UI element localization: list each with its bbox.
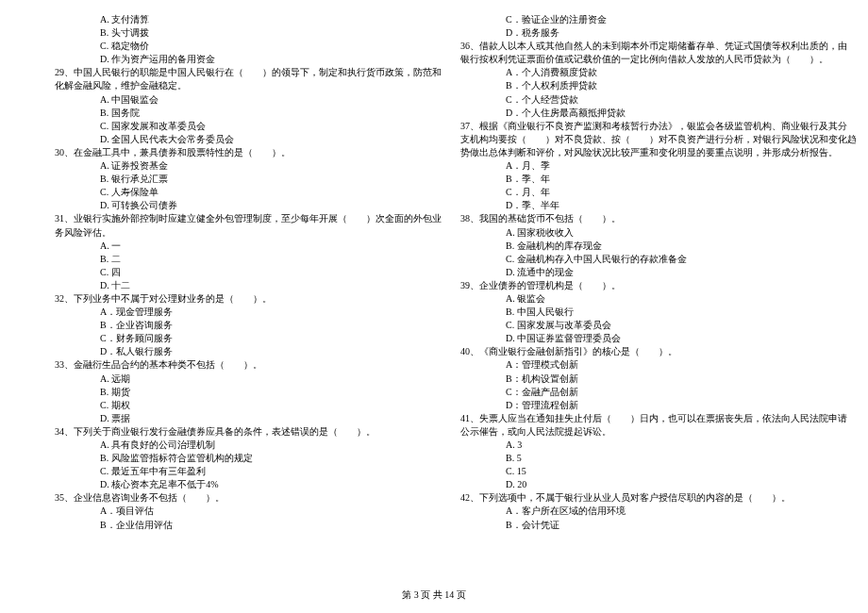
option-text: D. 十二 xyxy=(38,279,425,292)
option-text: A. 支付清算 xyxy=(38,13,425,26)
question-text: 42、下列选项中，不属于银行业从业人员对客户授信尽职的内容的是（ ）。 xyxy=(443,491,830,505)
left-column: A. 支付清算 B. 头寸调拨 C. 稳定物价 D. 作为资产运用的备用资金 2… xyxy=(38,13,434,585)
option-text: C. 人寿保险单 xyxy=(38,186,425,199)
question-text: 势做出总体判断和评价，对风险状况比较严重和变化明显的要重点说明，并形成分析报告。 xyxy=(443,146,830,159)
option-text: C. 国家发展与改革委员会 xyxy=(443,319,830,332)
question-text: 37、根据《商业银行不良资产监测和考核暂行办法》，银监会各级监管机构、商业银行及… xyxy=(443,120,830,133)
question-text: 化解金融风险，维护金融稳定。 xyxy=(38,79,425,92)
option-text: A. 国家税收收入 xyxy=(443,226,830,240)
option-text: A．个人消费额度贷款 xyxy=(443,66,830,79)
option-text: B. 中国人民银行 xyxy=(443,306,830,319)
option-text: C. 15 xyxy=(443,465,830,478)
option-text: B. 期货 xyxy=(38,386,425,399)
option-text: D. 流通中的现金 xyxy=(443,266,830,279)
page-container: A. 支付清算 B. 头寸调拨 C. 稳定物价 D. 作为资产运用的备用资金 2… xyxy=(0,0,868,585)
option-text: B．个人权利质押贷款 xyxy=(443,79,830,92)
option-text: A. 银监会 xyxy=(443,292,830,306)
option-text: D．私人银行服务 xyxy=(38,345,425,358)
option-text: A．项目评估 xyxy=(38,505,425,518)
question-text: 支机构均要按（ ）对不良贷款、按（ ）对不良资产进行分析，对银行风险状况和变化趋 xyxy=(443,133,830,146)
option-text: B. 国务院 xyxy=(38,107,425,120)
option-text: C．验证企业的注册资金 xyxy=(443,13,830,26)
option-text: A. 3 xyxy=(443,439,830,452)
option-text: B．会计凭证 xyxy=(443,519,830,532)
question-text: 34、下列关于商业银行发行金融债券应具备的条件，表述错误的是（ ）。 xyxy=(38,425,425,439)
question-text: 36、借款人以本人或其他自然人的未到期本外币定期储蓄存单、凭证式国债等权利出质的… xyxy=(443,40,830,53)
option-text: A．客户所在区域的信用环境 xyxy=(443,505,830,518)
option-text: D. 20 xyxy=(443,478,830,491)
option-text: C：金融产品创新 xyxy=(443,386,830,399)
option-text: A. 中国银监会 xyxy=(38,93,425,107)
option-text: A. 远期 xyxy=(38,373,425,386)
question-text: 33、金融衍生品合约的基本种类不包括（ ）。 xyxy=(38,358,425,372)
right-column: C．验证企业的注册资金 D．税务服务 36、借款人以本人或其他自然人的未到期本外… xyxy=(434,13,830,585)
question-text: 39、企业债券的管理机构是（ ）。 xyxy=(443,279,830,292)
option-text: A. 证券投资基金 xyxy=(38,159,425,173)
option-text: D．个人住房最高额抵押贷款 xyxy=(443,107,830,120)
option-text: B．企业咨询服务 xyxy=(38,319,425,332)
question-text: 35、企业信息咨询业务不包括（ ）。 xyxy=(38,491,425,505)
question-text: 31、业银行实施外部控制时应建立健全外包管理制度，至少每年开展（ ）次全面的外包… xyxy=(38,212,425,225)
option-text: C．个人经营贷款 xyxy=(443,93,830,107)
option-text: B. 二 xyxy=(38,253,425,266)
option-text: D. 可转换公司债券 xyxy=(38,199,425,212)
question-text: 29、中国人民银行的职能是中国人民银行在（ ）的领导下，制定和执行货币政策，防范… xyxy=(38,66,425,79)
option-text: A．月、季 xyxy=(443,159,830,173)
question-text: 公示催告，或向人民法院提起诉讼。 xyxy=(443,425,830,439)
option-text: B. 金融机构的库存现金 xyxy=(443,240,830,253)
question-text: 40、《商业银行金融创新指引》的核心是（ ）。 xyxy=(443,345,830,358)
option-text: B. 5 xyxy=(443,452,830,465)
option-text: D．税务服务 xyxy=(443,26,830,40)
option-text: C. 稳定物价 xyxy=(38,40,425,53)
option-text: C. 期权 xyxy=(38,399,425,412)
question-text: 银行按权利凭证票面价值或记载价值的一定比例向借款人发放的人民币贷款为（ ）。 xyxy=(443,53,830,66)
option-text: A. 具有良好的公司治理机制 xyxy=(38,439,425,452)
option-text: B．季、年 xyxy=(443,173,830,186)
page-footer: 第 3 页 共 14 页 xyxy=(0,588,868,602)
question-text: 30、在金融工具中，兼具债券和股票特性的是（ ）。 xyxy=(38,146,425,159)
option-text: D. 全国人民代表大会常务委员会 xyxy=(38,133,425,146)
option-text: D：管理流程创新 xyxy=(443,399,830,412)
option-text: C．月、年 xyxy=(443,186,830,199)
option-text: B. 银行承兑汇票 xyxy=(38,173,425,186)
question-text: 38、我国的基础货币不包括（ ）。 xyxy=(443,212,830,225)
option-text: D．季、半年 xyxy=(443,199,830,212)
option-text: D. 作为资产运用的备用资金 xyxy=(38,53,425,66)
question-text: 32、下列业务中不属于对公理财业务的是（ ）。 xyxy=(38,292,425,306)
option-text: B. 头寸调拨 xyxy=(38,26,425,40)
option-text: B. 风险监管指标符合监管机构的规定 xyxy=(38,452,425,465)
option-text: A. 一 xyxy=(38,240,425,253)
option-text: C. 最近五年中有三年盈利 xyxy=(38,465,425,478)
option-text: D. 票据 xyxy=(38,412,425,425)
option-text: B．企业信用评估 xyxy=(38,519,425,532)
option-text: C．财务顾问服务 xyxy=(38,332,425,345)
question-text: 务风险评估。 xyxy=(38,226,425,240)
option-text: C. 四 xyxy=(38,266,425,279)
option-text: B：机构设置创新 xyxy=(443,373,830,386)
option-text: A：管理模式创新 xyxy=(443,358,830,372)
option-text: C. 国家发展和改革委员会 xyxy=(38,120,425,133)
option-text: A．现金管理服务 xyxy=(38,306,425,319)
option-text: D. 中国证券监督管理委员会 xyxy=(443,332,830,345)
question-text: 41、失票人应当在通知挂失止付后（ ）日内，也可以在票据丧失后，依法向人民法院申… xyxy=(443,412,830,425)
option-text: D. 核心资本充足率不低于4% xyxy=(38,478,425,491)
option-text: C. 金融机构存入中国人民银行的存款准备金 xyxy=(443,253,830,266)
